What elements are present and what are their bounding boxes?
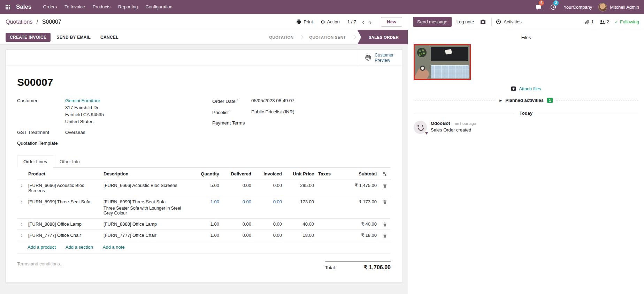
cell-delivered[interactable]: 0.00 [221,196,253,218]
cell-product[interactable]: [FURN_8888] Office Lamp [26,218,101,229]
drag-handle-icon[interactable] [20,221,24,227]
column-header-quantity[interactable]: Quantity [190,168,221,180]
cell-product[interactable]: [FURN_6666] Acoustic Bloc Screens [26,180,101,196]
menu-to-invoice[interactable]: To Invoice [61,0,89,14]
followers-counter[interactable]: 2 [599,19,609,24]
drag-handle-icon[interactable] [20,199,24,204]
delete-line-button[interactable] [383,221,387,227]
drag-handle-icon[interactable] [20,183,24,188]
cell-product[interactable]: [FURN_8999] Three-Seat Sofa [26,196,101,218]
cell-unit-price[interactable]: 295.00 [284,180,316,196]
status-step-quotation-sent[interactable]: QUOTATION SENT [302,30,353,44]
messages-button[interactable]: 5 [534,3,543,11]
column-header-taxes[interactable]: Taxes [316,168,338,180]
delete-line-button[interactable] [383,233,387,238]
cell-taxes[interactable] [316,218,338,229]
sliders-icon [382,172,387,176]
send-by-email-button[interactable]: SEND BY EMAIL [53,33,94,42]
pricelist-value[interactable]: Public Pricelist (INR) [251,108,294,116]
column-header-unit-price[interactable]: Unit Price [284,168,316,180]
planned-activities-section[interactable]: ▶ Planned activities 1 [414,98,638,103]
message-author[interactable]: OdooBot [431,121,450,126]
company-switcher[interactable]: YourCompany [564,5,592,10]
breadcrumb-quotations[interactable]: Quotations [6,19,32,25]
column-header-description[interactable]: Description [101,168,190,180]
following-button[interactable]: ✓ Following [615,19,639,24]
add-section-link[interactable]: Add a section [66,244,93,250]
cell-quantity[interactable]: 1.00 [190,218,221,229]
action-button[interactable]: ⚙ Action [321,19,340,24]
customer-preview-button[interactable]: Customer Preview [359,50,402,66]
activities-systray-button[interactable]: 3 [549,3,557,11]
menu-products[interactable]: Products [89,0,114,14]
menu-configuration[interactable]: Configuration [141,0,176,14]
pager-next-button[interactable]: › [368,18,374,25]
cell-description[interactable]: [FURN_8888] Office Lamp [101,218,190,229]
cell-quantity[interactable]: 1.00 [190,196,221,218]
cell-quantity[interactable]: 1.00 [190,229,221,241]
cell-taxes[interactable] [316,229,338,241]
user-menu[interactable]: Mitchell Admin [598,3,639,12]
optional-columns-button[interactable] [382,171,387,176]
column-header-delivered[interactable]: Delivered [221,168,253,180]
create-invoice-button[interactable]: CREATE INVOICE [6,33,51,42]
cell-product[interactable]: [FURN_7777] Office Chair [26,229,101,241]
cell-invoiced[interactable]: 0.00 [253,196,284,218]
print-button[interactable]: Print [296,19,313,24]
cell-delivered[interactable]: 0.00 [221,218,253,229]
column-header-invoiced[interactable]: Invoiced [253,168,284,180]
order-line-row[interactable]: [FURN_6666] Acoustic Bloc Screens [FURN_… [17,180,391,196]
order-lines-table: Product Description Quantity Delivered I… [17,168,391,241]
status-step-quotation[interactable]: QUOTATION [262,30,300,44]
gst-treatment-value[interactable]: Overseas [65,129,85,136]
cell-description[interactable]: [FURN_6666] Acoustic Bloc Screens [101,180,190,196]
send-message-button[interactable]: Send message [413,17,452,27]
column-header-subtotal[interactable]: Subtotal [338,168,379,180]
drag-handle-icon[interactable] [20,233,24,238]
attach-files-button[interactable]: Attach files [414,86,638,91]
tab-other-info[interactable]: Other Info [53,156,86,168]
cell-delivered[interactable]: 0.00 [221,229,253,241]
log-note-button[interactable]: Log note [453,17,478,27]
field-order-date: Order Date? 05/05/2023 08:49:07 [212,97,391,105]
column-header-product[interactable]: Product [26,168,101,180]
activities-button[interactable]: Activities [496,19,521,24]
delete-line-button[interactable] [383,199,387,204]
cell-invoiced[interactable]: 0.00 [253,218,284,229]
cancel-button[interactable]: CANCEL [97,33,122,42]
order-line-row[interactable]: [FURN_8888] Office Lamp [FURN_8888] Offi… [17,218,391,229]
cell-invoiced[interactable]: 0.00 [253,229,284,241]
cell-description[interactable]: [FURN_8999] Three-Seat Sofa Three Seater… [101,196,190,218]
apps-menu-button[interactable] [0,0,15,14]
cell-quantity[interactable]: 5.00 [190,180,221,196]
attachment-thumbnail[interactable] [414,44,471,80]
add-note-link[interactable]: Add a note [103,244,125,250]
cell-invoiced[interactable]: 0.00 [253,180,284,196]
menu-orders[interactable]: Orders [39,0,61,14]
cell-unit-price[interactable]: 18.00 [284,229,316,241]
order-date-value[interactable]: 05/05/2023 08:49:07 [251,97,294,105]
order-line-row[interactable]: [FURN_8999] Three-Seat Sofa [FURN_8999] … [17,196,391,218]
attachments-counter[interactable]: 1 [585,19,594,24]
camera-button[interactable] [479,18,487,25]
planned-activities-label[interactable]: Planned activities [505,98,544,103]
cell-taxes[interactable] [316,180,338,196]
cell-delivered[interactable]: 0.00 [221,180,253,196]
add-product-link[interactable]: Add a product [28,244,56,250]
status-step-sales-order[interactable]: SALES ORDER [358,30,408,44]
cell-unit-price[interactable]: 40.00 [284,218,316,229]
app-name[interactable]: Sales [16,3,31,10]
menu-reporting[interactable]: Reporting [114,0,141,14]
terms-and-conditions-field[interactable]: Terms and conditions... [17,261,64,266]
pager-previous-button[interactable]: ‹ [360,18,366,25]
tab-order-lines[interactable]: Order Lines [17,156,53,168]
new-button[interactable]: New [381,17,402,27]
cell-taxes[interactable] [316,196,338,218]
customer-link[interactable]: Gemini Furniture [65,97,104,104]
payment-terms-label: Payment Terms [212,120,251,127]
cell-unit-price[interactable]: 173.00 [284,196,316,218]
delete-line-button[interactable] [383,183,387,188]
cell-description[interactable]: [FURN_7777] Office Chair [101,229,190,241]
order-line-row[interactable]: [FURN_7777] Office Chair [FURN_7777] Off… [17,229,391,241]
pager: 1 / 7 ‹ › [347,18,374,25]
